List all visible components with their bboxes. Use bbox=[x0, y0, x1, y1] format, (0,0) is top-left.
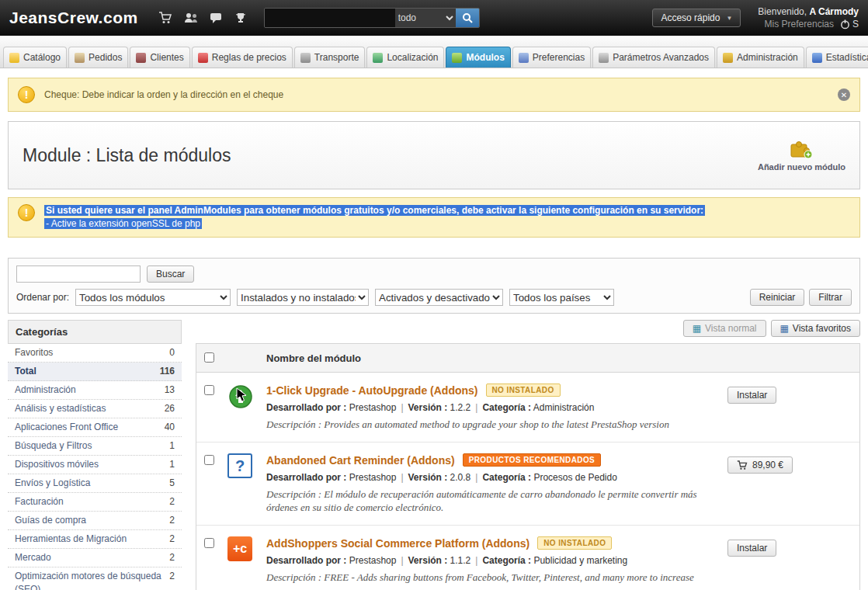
warning-icon: ! bbox=[18, 86, 35, 103]
select-all-checkbox[interactable] bbox=[204, 352, 214, 363]
logout-link[interactable]: S bbox=[840, 18, 859, 30]
grid-icon: ▦ bbox=[780, 324, 789, 333]
sidebar-item-favoritos[interactable]: Favoritos0 bbox=[8, 344, 182, 363]
my-preferences-link[interactable]: Mis Preferencias bbox=[765, 18, 834, 30]
buy-button[interactable]: 89,90 € bbox=[727, 456, 793, 474]
tab-label: Parámetros Avanzados bbox=[613, 52, 709, 63]
country-filter-select[interactable]: Todos los países bbox=[509, 289, 614, 306]
module-checkbox[interactable] bbox=[204, 538, 214, 548]
sidebar-item-guias[interactable]: Guías de compra2 bbox=[8, 512, 182, 530]
module-row: ? Abandoned Cart Reminder (Addons) PRODU… bbox=[196, 442, 859, 526]
warning-icon: ! bbox=[18, 204, 35, 221]
tab-pedidos[interactable]: Pedidos bbox=[68, 47, 128, 68]
tab-label: Pedidos bbox=[89, 52, 122, 63]
tab-localizacion[interactable]: Localización bbox=[366, 47, 444, 68]
global-search-input[interactable] bbox=[265, 9, 395, 27]
sidebar-item-analisis[interactable]: Análisis y estadísticas26 bbox=[8, 400, 182, 418]
tab-transporte[interactable]: Transporte bbox=[294, 47, 366, 68]
messages-icon[interactable] bbox=[210, 12, 224, 24]
module-name-link[interactable]: Abandoned Cart Reminder (Addons) bbox=[266, 454, 455, 467]
tab-parametros-avanzados[interactable]: Parámetros Avanzados bbox=[592, 47, 715, 68]
grid-icon: ▦ bbox=[693, 324, 701, 333]
module-row: +c AddShoppers Social Commerce Platform … bbox=[196, 526, 859, 590]
sidebar-item-front-office[interactable]: Aplicaciones Front Office40 bbox=[8, 418, 182, 437]
tab-label: Catálogo bbox=[23, 52, 61, 63]
trophy-icon[interactable] bbox=[234, 12, 247, 24]
module-name-link[interactable]: AddShoppers Social Commerce Platform (Ad… bbox=[266, 537, 529, 550]
sidebar-item-migracion[interactable]: Herramientas de Migración2 bbox=[8, 530, 182, 549]
module-name-link[interactable]: 1-Click Upgrade - AutoUpgrade (Addons) bbox=[266, 384, 478, 397]
tab-clientes[interactable]: Clientes bbox=[130, 47, 189, 68]
logout-label: S bbox=[852, 18, 859, 30]
table-header: Nombre del módulo bbox=[196, 344, 859, 373]
module-row: 1-Click Upgrade - AutoUpgrade (Addons) N… bbox=[196, 373, 859, 442]
reset-button[interactable]: Reiniciar bbox=[750, 289, 805, 306]
filter-button[interactable]: Filtrar bbox=[809, 289, 852, 306]
tab-catalogo[interactable]: Catálogo bbox=[3, 47, 67, 68]
installed-filter-select[interactable]: Instalados y no instalados bbox=[237, 289, 369, 306]
tab-label: Localización bbox=[387, 52, 438, 63]
module-meta: Desarrollado por : Prestashop|Versión : … bbox=[266, 402, 717, 413]
tab-modulos[interactable]: Módulos bbox=[446, 47, 510, 68]
cart-icon[interactable] bbox=[158, 12, 172, 24]
sidebar-item-moviles[interactable]: Dispositivos móviles1 bbox=[8, 456, 182, 474]
addshoppers-module-icon: +c bbox=[227, 536, 252, 561]
sidebar-item-busqueda[interactable]: Búsqueda y Filtros1 bbox=[8, 437, 182, 456]
module-search-input[interactable] bbox=[16, 266, 141, 283]
quick-access-dropdown[interactable]: Acceso rápido ▼ bbox=[652, 9, 741, 27]
preferences-icon bbox=[519, 53, 529, 63]
install-button[interactable]: Instalar bbox=[727, 540, 776, 557]
main-menu: Catálogo Pedidos Clientes Reglas de prec… bbox=[0, 36, 868, 68]
notice-line-2: - Active la extensión openSSL de php bbox=[44, 218, 202, 229]
notice-line-1: Si usted quiere usar el panel AdminModul… bbox=[44, 205, 705, 216]
tab-label: Reglas de precios bbox=[212, 52, 286, 63]
module-checkbox[interactable] bbox=[204, 385, 214, 395]
tab-reglas-de-precios[interactable]: Reglas de precios bbox=[192, 47, 293, 68]
sidebar-item-facturacion[interactable]: Facturación2 bbox=[8, 493, 182, 512]
search-scope-select[interactable]: todo bbox=[395, 9, 456, 27]
tab-label: Preferencias bbox=[533, 52, 585, 63]
sidebar-item-total[interactable]: Total116 bbox=[8, 363, 182, 381]
tab-label: Transporte bbox=[314, 52, 359, 63]
tab-estadisticas[interactable]: Estadísticas bbox=[806, 47, 868, 68]
module-description: Descripción : FREE - Adds sharing button… bbox=[266, 571, 717, 584]
sidebar-item-seo[interactable]: Optimización motores de búsqueda (SEO)2 bbox=[8, 567, 182, 590]
module-description: Descripción : El módulo de recuperación … bbox=[266, 488, 717, 514]
modules-main: ▦Vista normal ▦Vista favoritos Nombre de… bbox=[196, 320, 860, 590]
sidebar-item-mercado[interactable]: Mercado2 bbox=[8, 549, 182, 567]
module-checkbox[interactable] bbox=[204, 455, 214, 465]
cart-icon bbox=[737, 460, 748, 470]
page-header: Module : Lista de módulos Añadir nuevo m… bbox=[8, 121, 860, 189]
welcome-text: Bienvenido, A Cármody bbox=[758, 5, 859, 18]
advanced-params-icon bbox=[599, 53, 609, 63]
module-type-select[interactable]: Todos los módulos bbox=[75, 289, 231, 306]
content-area: Categorías Favoritos0 Total116 Administr… bbox=[0, 320, 868, 590]
enabled-filter-select[interactable]: Activados y desactivados bbox=[375, 289, 503, 306]
tab-preferencias[interactable]: Preferencias bbox=[512, 47, 591, 68]
warning-text: Cheque: Debe indicar la orden y la direc… bbox=[44, 89, 828, 100]
views-bar: ▦Vista normal ▦Vista favoritos bbox=[196, 320, 860, 337]
sidebar-item-envios[interactable]: Envíos y Logística5 bbox=[8, 474, 182, 493]
close-icon[interactable]: ✕ bbox=[838, 88, 850, 101]
status-badge: NO INSTALADO bbox=[537, 536, 612, 550]
topbar: JeansCrew.com todo Acceso rápido ▼ Bienv… bbox=[0, 0, 868, 36]
install-button[interactable]: Instalar bbox=[727, 387, 776, 404]
sort-label: Ordenar por: bbox=[16, 292, 69, 303]
global-search: todo bbox=[264, 8, 480, 28]
add-module-button[interactable]: Añadir nuevo módulo bbox=[758, 139, 845, 172]
autoupgrade-module-icon bbox=[227, 384, 254, 410]
sidebar-item-administracion[interactable]: Administración13 bbox=[8, 381, 182, 400]
page-title: Module : Lista de módulos bbox=[23, 145, 758, 166]
tab-label: Clientes bbox=[150, 52, 183, 63]
search-submit-button[interactable] bbox=[456, 9, 479, 27]
search-button[interactable]: Buscar bbox=[147, 266, 194, 283]
module-meta: Desarrollado por : Prestashop|Versión : … bbox=[266, 555, 717, 566]
tab-administracion[interactable]: Administración bbox=[717, 47, 804, 68]
power-icon bbox=[840, 19, 850, 30]
normal-view-button[interactable]: ▦Vista normal bbox=[683, 320, 766, 337]
modules-table: Nombre del módulo 1-Click Upgrade - Auto… bbox=[196, 343, 860, 590]
orders-icon bbox=[75, 53, 85, 63]
customers-icon[interactable] bbox=[183, 12, 199, 24]
favorites-view-button[interactable]: ▦Vista favoritos bbox=[771, 320, 861, 337]
shop-logo[interactable]: JeansCrew.com bbox=[9, 9, 138, 27]
